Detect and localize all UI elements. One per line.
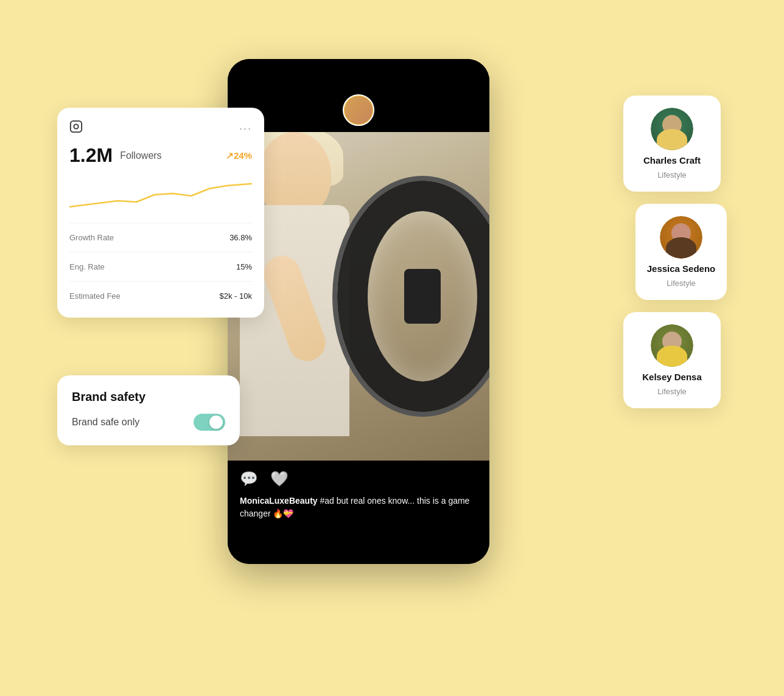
- phone-caption: MonicaLuxeBeauty #ad but real ones know.…: [240, 495, 477, 520]
- heart-icon[interactable]: 🤍: [270, 470, 289, 487]
- followers-count: 1.2M: [69, 144, 113, 167]
- mini-chart: [69, 176, 252, 213]
- stats-card: ··· 1.2M Followers ↗24% Growth Rate 36.8…: [57, 108, 264, 318]
- influencer-name-kelsey: Kelsey Densa: [642, 372, 702, 382]
- stats-row-eng: Eng. Rate 15%: [69, 257, 252, 276]
- phone-top-bar: [228, 59, 489, 132]
- eng-rate-value: 15%: [236, 262, 252, 271]
- caption-username: MonicaLuxeBeauty: [240, 496, 318, 506]
- influencer-category-jessica: Lifestyle: [667, 279, 696, 288]
- growth-rate-value: 36.8%: [229, 233, 252, 242]
- phone-icons-row: 💬 🤍: [240, 470, 477, 487]
- followers-label: Followers: [120, 150, 161, 161]
- influencer-card-jessica[interactable]: Jessica Sedeno Lifestyle: [635, 204, 727, 300]
- influencer-name-jessica: Jessica Sedeno: [647, 263, 716, 274]
- influencer-cards: Charles Craft Lifestyle Jessica Sedeno L…: [623, 96, 727, 408]
- influencer-avatar-kelsey: [651, 324, 693, 367]
- brand-safe-label: Brand safe only: [72, 417, 139, 428]
- stats-row-fee: Estimated Fee $2k - 10k: [69, 287, 252, 305]
- influencer-name-charles: Charles Craft: [643, 155, 701, 165]
- influencer-avatar-jessica: [660, 216, 702, 259]
- influencer-card-kelsey[interactable]: Kelsey Densa Lifestyle: [623, 312, 721, 408]
- phone-image: [228, 132, 489, 461]
- instagram-icon: [69, 120, 83, 137]
- fee-value: $2k - 10k: [220, 291, 252, 301]
- phone-avatar: [343, 94, 374, 126]
- phone-card: 💬 🤍 MonicaLuxeBeauty #ad but real ones k…: [228, 59, 489, 564]
- brand-safety-row: Brand safe only: [72, 414, 225, 431]
- svg-point-2: [79, 124, 80, 124]
- influencer-avatar-charles: [651, 108, 693, 150]
- eng-rate-label: Eng. Rate: [69, 262, 105, 271]
- fee-label: Estimated Fee: [69, 291, 121, 301]
- stats-followers-row: 1.2M Followers ↗24%: [69, 144, 252, 167]
- growth-badge: ↗24%: [226, 150, 252, 161]
- influencer-category-charles: Lifestyle: [657, 170, 687, 179]
- stats-row-growth: Growth Rate 36.8%: [69, 228, 252, 247]
- brand-safe-toggle[interactable]: [194, 414, 225, 431]
- brand-safety-card: Brand safety Brand safe only: [57, 375, 240, 445]
- stats-card-header: ···: [69, 120, 252, 137]
- brand-safety-title: Brand safety: [72, 390, 225, 404]
- more-menu-dots[interactable]: ···: [239, 122, 252, 135]
- growth-rate-label: Growth Rate: [69, 233, 114, 242]
- influencer-category-kelsey: Lifestyle: [657, 387, 687, 396]
- toggle-knob: [209, 416, 223, 429]
- scene: 💬 🤍 MonicaLuxeBeauty #ad but real ones k…: [57, 59, 727, 637]
- comment-icon[interactable]: 💬: [240, 470, 258, 487]
- svg-rect-0: [71, 121, 82, 132]
- svg-point-1: [74, 124, 78, 128]
- stats-metrics: Growth Rate 36.8% Eng. Rate 15% Estimate…: [69, 223, 252, 305]
- phone-bottom: 💬 🤍 MonicaLuxeBeauty #ad but real ones k…: [228, 461, 489, 564]
- influencer-card-charles[interactable]: Charles Craft Lifestyle: [623, 96, 721, 192]
